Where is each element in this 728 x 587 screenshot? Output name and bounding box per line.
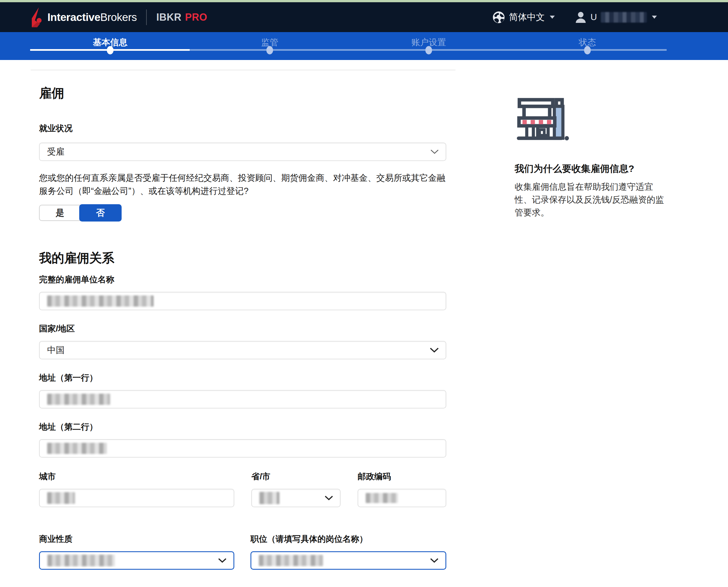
employment-status-value: 受雇 [47,146,65,158]
affiliation-question: 您或您的任何直系亲属是否受雇于任何经纪交易商、投资顾问、期货佣金商、对冲基金、交… [39,171,446,197]
address1-input[interactable] [39,390,446,408]
city-label: 城市 [39,471,234,482]
language-label: 简体中文 [509,11,545,23]
ibkr-logo-icon [28,7,44,28]
country-label: 国家/地区 [39,324,446,334]
city-redacted [47,492,75,504]
employer-name-redacted [47,296,154,307]
sidebar-title: 我们为什么要收集雇佣信息? [515,163,668,174]
address1-label: 地址（第一行） [39,373,446,383]
sidebar-body: 收集雇佣信息旨在帮助我们遵守适宜性、记录保存以及反洗钱/反恐融资的监管要求。 [515,181,668,219]
product-badge: IBKR PRO [156,11,207,23]
toggle-yes-button[interactable]: 是 [39,205,80,221]
country-select[interactable]: 中国 [39,341,446,359]
step-dot [107,46,114,54]
affiliation-toggle: 是 否 [39,204,122,221]
toggle-no-button[interactable]: 否 [79,204,122,221]
chevron-down-icon [324,495,333,501]
address1-redacted [47,394,110,405]
user-icon [575,11,587,23]
occupation-label: 职位（请填写具体的岗位名称） [250,534,446,544]
chevron-down-icon [430,558,439,563]
storefront-icon [515,96,576,144]
province-redacted [260,492,280,504]
progress-bar: 基本信息 监管 账户设置 状态 [0,32,728,60]
step-dot [584,46,591,54]
my-employment-title: 我的雇佣关系 [39,251,446,265]
page-title: 雇佣 [39,86,446,100]
product-tier: PRO [185,11,207,23]
province-label: 省/市 [251,471,341,482]
logo-text: InteractiveBrokers [47,11,137,23]
step-account-settings[interactable]: 账户设置 [411,32,446,48]
postal-code-input[interactable] [358,489,446,507]
step-regulatory[interactable]: 监管 [261,32,278,48]
top-strip [0,0,728,2]
info-sidebar: 我们为什么要收集雇佣信息? 收集雇佣信息旨在帮助我们遵守适宜性、记录保存以及反洗… [515,96,668,219]
employment-status-label: 就业状况 [39,123,446,133]
username-prefix: U [590,12,597,22]
step-status[interactable]: 状态 [579,32,596,48]
chevron-down-icon [430,347,439,353]
content-divider [31,70,456,70]
username-redacted [601,12,647,23]
ibkr-logo[interactable]: InteractiveBrokers [28,7,137,28]
chevron-down-icon [652,16,657,19]
globe-icon [492,11,505,24]
product-name: IBKR [156,11,181,23]
header-divider [146,9,147,25]
employer-name-input[interactable] [39,292,446,310]
step-dot [426,46,432,54]
user-menu[interactable]: U [575,11,657,23]
employer-name-label: 完整的雇佣单位名称 [39,275,446,285]
business-nature-redacted [47,555,115,566]
province-select[interactable] [251,489,341,507]
business-nature-label: 商业性质 [39,534,234,544]
address2-input[interactable] [39,439,446,457]
app-header: InteractiveBrokers IBKR PRO 简体中文 U [0,2,728,32]
country-value: 中国 [47,344,65,356]
postal-code-redacted [366,493,398,503]
step-dot [266,46,273,54]
language-selector[interactable]: 简体中文 [492,11,555,24]
occupation-select[interactable] [250,551,446,570]
chevron-down-icon [550,16,555,19]
chevron-down-icon [218,558,227,563]
chevron-down-icon [430,149,439,155]
address2-label: 地址（第二行） [39,422,446,432]
city-input[interactable] [39,489,234,507]
occupation-redacted [259,555,323,566]
address2-redacted [47,443,107,454]
postal-code-label: 邮政编码 [358,471,446,482]
employment-status-select[interactable]: 受雇 [39,143,446,161]
step-basic-info[interactable]: 基本信息 [93,32,127,48]
business-nature-select[interactable] [39,551,234,570]
